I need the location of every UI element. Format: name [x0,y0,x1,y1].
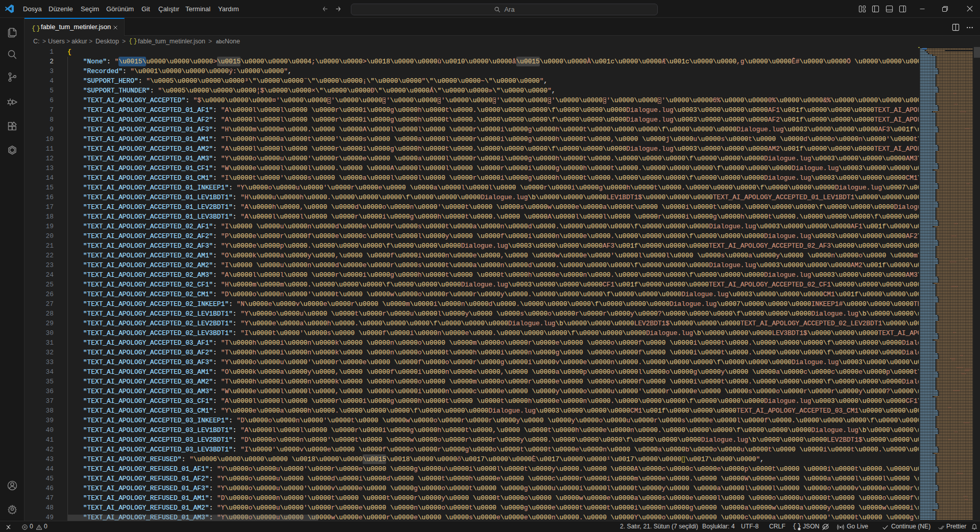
svg-text:{ }: { } [32,25,40,32]
